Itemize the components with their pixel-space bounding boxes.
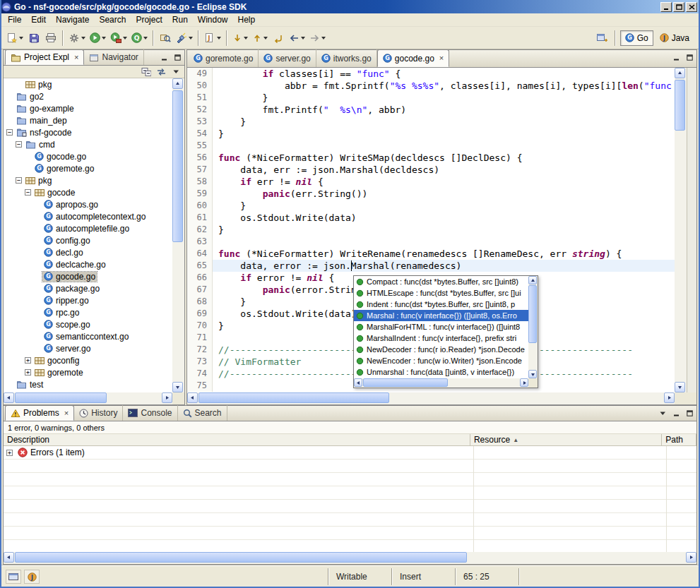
popup-horizontal-scrollbar[interactable] bbox=[354, 378, 528, 388]
view-menu-button[interactable] bbox=[170, 66, 182, 77]
close-button[interactable] bbox=[686, 2, 697, 12]
editor-tab-gocode-go[interactable]: Ggocode.go× bbox=[377, 49, 450, 67]
tree-expander-plus[interactable]: + bbox=[25, 357, 31, 364]
tree-item-config-go[interactable]: Gconfig.go bbox=[4, 234, 172, 246]
link-with-editor-button[interactable] bbox=[155, 66, 167, 77]
tree-expander-minus[interactable]: − bbox=[6, 129, 13, 136]
problems-row-errors-1-item[interactable]: +Errors (1 item) bbox=[4, 446, 696, 460]
scroll-left-button[interactable] bbox=[187, 392, 198, 403]
code-line-62[interactable]: 62} bbox=[187, 224, 675, 236]
menu-file[interactable]: File bbox=[3, 13, 26, 26]
tree-item-package-go[interactable]: Gpackage.go bbox=[4, 282, 172, 294]
new-wizard-button[interactable] bbox=[4, 30, 25, 47]
column-header-resource[interactable]: Resource▲ bbox=[470, 434, 662, 445]
tree-item-server-go[interactable]: Gserver.go bbox=[4, 342, 172, 354]
completion-item-marshalforhtml[interactable]: MarshalForHTML : func(v interface{}) ([]… bbox=[354, 321, 528, 332]
dropdown-arrow-icon[interactable] bbox=[301, 37, 305, 40]
problems-horizontal-scrollbar[interactable] bbox=[4, 552, 696, 564]
tree-item-scope-go[interactable]: Gscope.go bbox=[4, 318, 172, 330]
completion-item-marshalindent[interactable]: MarshalIndent : func(v interface{}, pref… bbox=[354, 332, 528, 344]
scrollbar-thumb[interactable] bbox=[198, 392, 389, 403]
code-line-54[interactable]: 54} bbox=[187, 128, 675, 140]
scrollbar-thumb[interactable] bbox=[363, 378, 448, 387]
scroll-up-button[interactable] bbox=[675, 68, 685, 78]
view-menu-button[interactable] bbox=[657, 408, 668, 419]
tree-item-gocode[interactable]: −gocode bbox=[4, 186, 172, 198]
tree-item-gocode-go[interactable]: Ggocode.go bbox=[4, 150, 172, 162]
tree-expander-minus[interactable]: − bbox=[16, 141, 22, 148]
editor-tab-itworks-go[interactable]: Gitworks.go bbox=[316, 49, 377, 67]
scroll-down-button[interactable] bbox=[528, 370, 537, 378]
perspective-go[interactable]: GGo bbox=[620, 30, 653, 46]
title-bar[interactable]: Go - nsf-gocode/src/pkg/gocode/gocode.go… bbox=[0, 0, 700, 13]
project-tree-horizontal-scrollbar[interactable] bbox=[4, 392, 172, 404]
view-tab-history[interactable]: History bbox=[74, 405, 123, 421]
tree-item-autocompletefile-go[interactable]: Gautocompletefile.go bbox=[4, 222, 172, 234]
dropdown-arrow-icon[interactable] bbox=[189, 37, 193, 40]
tree-item-autocompletecontext-go[interactable]: Gautocompletecontext.go bbox=[4, 210, 172, 222]
scrollbar-thumb[interactable] bbox=[15, 552, 467, 563]
menu-window[interactable]: Window bbox=[193, 13, 233, 26]
perspective-java[interactable]: JJava bbox=[655, 30, 694, 46]
java-fast-view-icon[interactable]: J bbox=[24, 570, 40, 584]
scroll-down-button[interactable] bbox=[172, 382, 183, 392]
code-line-63[interactable]: 63 bbox=[187, 236, 675, 248]
code-line-51[interactable]: 51 } bbox=[187, 92, 675, 104]
code-line-58[interactable]: 58 if err != nil { bbox=[187, 176, 675, 188]
maximize-editor-button[interactable] bbox=[684, 52, 695, 63]
fast-view-icon[interactable] bbox=[6, 570, 21, 584]
editor-tab-goremote-go[interactable]: Ggoremote.go bbox=[189, 49, 259, 67]
tree-item-cmd[interactable]: −cmd bbox=[4, 138, 172, 150]
dropdown-arrow-icon[interactable] bbox=[81, 37, 85, 40]
maximize-view-button[interactable] bbox=[684, 408, 695, 419]
tree-item-rpc-go[interactable]: Grpc.go bbox=[4, 306, 172, 318]
minimize-view-button[interactable] bbox=[670, 408, 682, 419]
completion-item-htmlescape[interactable]: HTMLEscape : func(dst *bytes.Buffer, src… bbox=[354, 287, 528, 299]
scroll-right-button[interactable] bbox=[520, 378, 528, 387]
tree-item-main-dep[interactable]: main_dep bbox=[4, 114, 172, 126]
completion-item-unmarshal[interactable]: Unmarshal : func(data []uint8, v interfa… bbox=[354, 366, 528, 378]
tree-expander-minus[interactable]: − bbox=[16, 177, 22, 184]
view-tab-project-expl[interactable]: Project Expl× bbox=[5, 49, 84, 65]
code-line-64[interactable]: 64func (*NiceFormatter) WriteRename(rena… bbox=[187, 248, 675, 260]
close-tab-icon[interactable]: × bbox=[64, 409, 69, 417]
menu-navigate[interactable]: Navigate bbox=[51, 13, 94, 26]
run-external-button[interactable] bbox=[108, 30, 129, 47]
completion-item-newencoder[interactable]: NewEncoder : func(w io.Writer) *json.Enc… bbox=[354, 355, 528, 366]
scroll-left-button[interactable] bbox=[4, 392, 14, 403]
tree-item-declcache-go[interactable]: Gdeclcache.go bbox=[4, 258, 172, 270]
menu-search[interactable]: Search bbox=[94, 13, 131, 26]
open-perspective-button[interactable] bbox=[593, 30, 610, 47]
minimize-button[interactable] bbox=[660, 2, 672, 12]
code-line-56[interactable]: 56func (*NiceFormatter) WriteSMap(declde… bbox=[187, 152, 675, 164]
search-button[interactable] bbox=[174, 30, 195, 47]
dropdown-arrow-icon[interactable] bbox=[321, 37, 326, 40]
close-tab-icon[interactable]: × bbox=[74, 54, 78, 61]
tree-expander-plus[interactable]: + bbox=[25, 369, 31, 376]
tree-item-test[interactable]: test bbox=[4, 378, 172, 390]
scroll-right-button[interactable] bbox=[664, 392, 675, 403]
scroll-left-button[interactable] bbox=[354, 378, 362, 387]
previous-annotation-button[interactable] bbox=[250, 30, 270, 47]
scrollbar-thumb[interactable] bbox=[528, 285, 537, 343]
open-type-button[interactable] bbox=[157, 30, 174, 47]
menu-project[interactable]: Project bbox=[131, 13, 167, 26]
maximize-view-button[interactable] bbox=[172, 52, 183, 63]
dropdown-arrow-icon[interactable] bbox=[244, 37, 248, 40]
editor-tab-server-go[interactable]: Gserver.go bbox=[259, 49, 316, 67]
tree-expander-minus[interactable]: − bbox=[25, 189, 31, 196]
scrollbar-thumb[interactable] bbox=[172, 90, 183, 242]
code-line-50[interactable]: 50 abbr = fmt.Sprintf("%s %s%s", classes… bbox=[187, 80, 675, 92]
tree-item-pkg[interactable]: −pkg bbox=[4, 174, 172, 186]
maximize-button[interactable] bbox=[673, 2, 684, 12]
tree-item-goconfig[interactable]: +goconfig bbox=[4, 354, 172, 366]
forward-button[interactable] bbox=[307, 30, 328, 47]
column-header-path[interactable]: Path bbox=[662, 434, 696, 445]
code-line-52[interactable]: 52 fmt.Printf(" %s\n", abbr) bbox=[187, 104, 675, 116]
print-button[interactable] bbox=[42, 30, 59, 47]
collapse-all-button[interactable] bbox=[141, 66, 152, 77]
scroll-right-button[interactable] bbox=[162, 392, 172, 403]
completion-item-compact[interactable]: Compact : func(dst *bytes.Buffer, src []… bbox=[354, 276, 528, 287]
back-button[interactable] bbox=[287, 30, 307, 47]
menu-run[interactable]: Run bbox=[167, 13, 193, 26]
